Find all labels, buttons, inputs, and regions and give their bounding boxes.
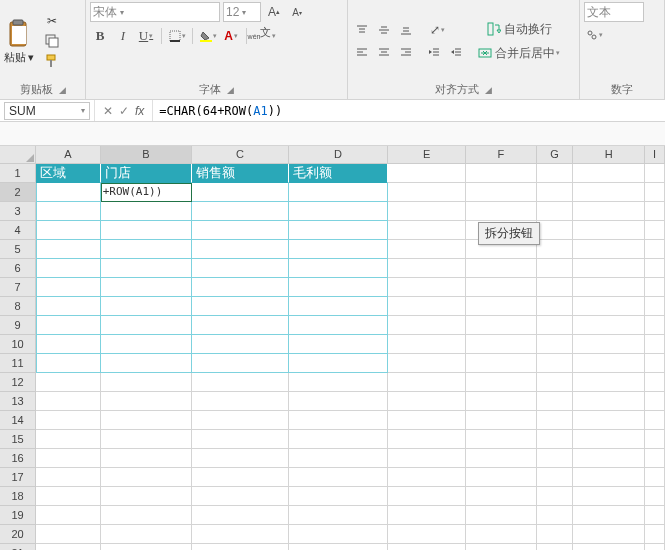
cell[interactable] (466, 354, 537, 373)
cell[interactable] (289, 411, 389, 430)
cell[interactable] (466, 449, 537, 468)
cell[interactable] (289, 240, 389, 259)
cell[interactable] (466, 183, 537, 202)
cell[interactable] (645, 487, 665, 506)
col-header[interactable]: B (101, 146, 193, 164)
col-header[interactable]: G (537, 146, 574, 164)
fx-icon[interactable]: fx (135, 104, 144, 118)
merge-center-button[interactable]: 合并后居中▾ (474, 43, 564, 63)
cell[interactable] (537, 411, 574, 430)
cell[interactable] (645, 297, 665, 316)
cell[interactable] (645, 278, 665, 297)
cell[interactable] (573, 335, 645, 354)
cell[interactable] (645, 373, 665, 392)
cell[interactable] (289, 392, 389, 411)
align-center-button[interactable] (374, 42, 394, 62)
cell[interactable] (101, 221, 193, 240)
cell[interactable]: 毛利额 (289, 164, 389, 183)
cell[interactable] (101, 259, 193, 278)
cell[interactable] (388, 240, 466, 259)
cell[interactable] (36, 278, 101, 297)
cell[interactable] (289, 316, 389, 335)
cell[interactable] (537, 202, 574, 221)
copy-button[interactable] (44, 33, 60, 49)
cell[interactable] (36, 449, 101, 468)
formula-input[interactable]: =CHAR(64+ROW(A1)) (153, 104, 665, 118)
cell[interactable] (36, 392, 101, 411)
row-header[interactable]: 12 (0, 373, 36, 392)
cell[interactable] (573, 373, 645, 392)
increase-indent-button[interactable] (446, 42, 466, 62)
cell[interactable] (36, 240, 101, 259)
cell[interactable] (537, 506, 574, 525)
cell[interactable] (573, 430, 645, 449)
cell[interactable] (388, 468, 466, 487)
cell[interactable] (101, 411, 193, 430)
cell[interactable] (466, 297, 537, 316)
row-header[interactable]: 14 (0, 411, 36, 430)
cell[interactable] (36, 373, 101, 392)
cell[interactable] (573, 506, 645, 525)
cell[interactable] (645, 506, 665, 525)
cell[interactable] (289, 506, 389, 525)
cell[interactable] (537, 164, 574, 183)
cell[interactable] (388, 449, 466, 468)
cell[interactable] (645, 221, 665, 240)
cell[interactable] (101, 202, 193, 221)
cell[interactable] (466, 316, 537, 335)
row-header[interactable]: 20 (0, 525, 36, 544)
cell[interactable] (573, 259, 645, 278)
split-button-shape[interactable]: 拆分按钮 (478, 222, 540, 245)
name-box[interactable]: SUM▾ (4, 102, 90, 120)
cell[interactable] (101, 544, 193, 550)
accounting-format-button[interactable]: ▾ (584, 25, 604, 45)
font-name-combo[interactable]: 宋体▾ (90, 2, 220, 22)
col-header[interactable]: C (192, 146, 289, 164)
cell[interactable] (573, 468, 645, 487)
cell[interactable] (36, 316, 101, 335)
decrease-font-button[interactable]: A▾ (287, 2, 307, 22)
cell[interactable] (573, 354, 645, 373)
cell[interactable] (289, 430, 389, 449)
cell[interactable] (573, 487, 645, 506)
cell[interactable] (466, 202, 537, 221)
cell[interactable] (289, 487, 389, 506)
align-bottom-button[interactable] (396, 20, 416, 40)
decrease-indent-button[interactable] (424, 42, 444, 62)
cell[interactable] (289, 202, 389, 221)
cell[interactable] (192, 468, 289, 487)
cell[interactable] (192, 506, 289, 525)
cell[interactable] (36, 411, 101, 430)
cell[interactable] (192, 544, 289, 550)
cell[interactable] (388, 297, 466, 316)
row-header[interactable]: 16 (0, 449, 36, 468)
cancel-formula-button[interactable]: ✕ (103, 104, 113, 118)
cell[interactable] (192, 430, 289, 449)
cell[interactable] (192, 354, 289, 373)
cell[interactable] (289, 278, 389, 297)
number-format-combo[interactable]: 文本 (584, 2, 644, 22)
cut-button[interactable]: ✂ (44, 13, 60, 29)
cell[interactable] (573, 392, 645, 411)
font-size-combo[interactable]: 12▾ (223, 2, 261, 22)
italic-button[interactable]: I (113, 26, 133, 46)
wrap-text-button[interactable]: 自动换行 (474, 19, 564, 39)
cell[interactable] (388, 316, 466, 335)
cell[interactable]: 门店 (101, 164, 193, 183)
row-header[interactable]: 18 (0, 487, 36, 506)
dialog-launcher-icon[interactable]: ◢ (227, 85, 234, 95)
row-header[interactable]: 13 (0, 392, 36, 411)
cell[interactable] (101, 278, 193, 297)
cell[interactable] (645, 430, 665, 449)
cell[interactable] (537, 221, 574, 240)
cell[interactable] (388, 221, 466, 240)
cell[interactable] (192, 335, 289, 354)
row-header[interactable]: 10 (0, 335, 36, 354)
cell[interactable] (466, 430, 537, 449)
cell[interactable] (36, 335, 101, 354)
row-header[interactable]: 11 (0, 354, 36, 373)
cell[interactable] (573, 411, 645, 430)
row-header[interactable]: 9 (0, 316, 36, 335)
cell[interactable] (573, 316, 645, 335)
cell[interactable] (645, 468, 665, 487)
